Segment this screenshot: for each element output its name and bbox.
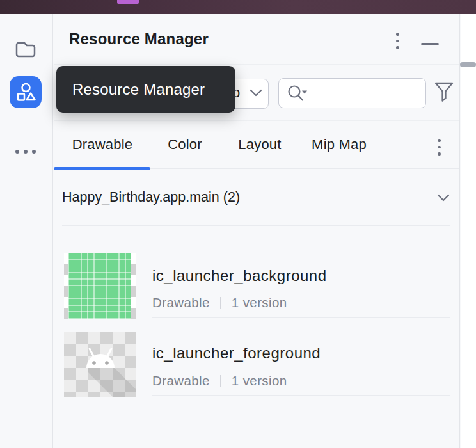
meta-separator bbox=[220, 297, 221, 309]
titlebar-accent-pill bbox=[117, 0, 139, 4]
resource-group-header[interactable]: Happy_Birthday.app.main (2) bbox=[54, 170, 460, 225]
search-field bbox=[278, 78, 426, 108]
kebab-menu-icon bbox=[438, 139, 441, 142]
tooltip: Resource Manager bbox=[56, 66, 235, 113]
resource-manager-tool-button[interactable] bbox=[10, 76, 42, 108]
resource-name: ic_launcher_background bbox=[152, 267, 327, 285]
more-tabs-kebab-button[interactable] bbox=[435, 136, 443, 158]
resource-thumbnail-green-grid bbox=[64, 253, 136, 319]
divider bbox=[152, 395, 450, 396]
panel-title: Resource Manager bbox=[69, 30, 209, 48]
resource-version-count: 1 version bbox=[232, 295, 287, 310]
hide-panel-button[interactable] bbox=[421, 33, 440, 47]
tab-mipmap[interactable]: Mip Map bbox=[312, 136, 367, 153]
tooltip-text: Resource Manager bbox=[72, 81, 205, 99]
resource-group-title: Happy_Birthday.app.main (2) bbox=[62, 189, 240, 205]
tool-window-stripe bbox=[0, 14, 53, 448]
resource-meta: Drawable 1 version bbox=[152, 295, 287, 310]
chevron-down-icon bbox=[437, 193, 450, 202]
resource-meta: Drawable 1 version bbox=[152, 373, 287, 388]
panel-header: Resource Manager bbox=[54, 14, 459, 65]
folder-icon bbox=[15, 40, 36, 59]
filter-funnel-icon bbox=[434, 81, 454, 103]
search-icon[interactable] bbox=[287, 84, 308, 103]
scrollbar-thumb[interactable] bbox=[460, 62, 476, 67]
editor-edge-strip bbox=[461, 14, 476, 448]
resource-manager-icon bbox=[15, 82, 36, 102]
resource-type-tabs: Drawable Color Layout Mip Map bbox=[54, 121, 459, 169]
minimize-icon bbox=[421, 43, 439, 45]
more-dots-icon bbox=[15, 150, 36, 154]
resource-name: ic_launcher_foreground bbox=[152, 344, 321, 362]
resource-type: Drawable bbox=[152, 295, 210, 310]
chevron-down-icon bbox=[249, 88, 263, 97]
tab-layout[interactable]: Layout bbox=[238, 136, 281, 153]
tab-color[interactable]: Color bbox=[168, 136, 202, 153]
resource-thumbnail-android-robot bbox=[64, 332, 136, 397]
panel-options-kebab-button[interactable] bbox=[393, 30, 402, 52]
resource-list: Happy_Birthday.app.main (2) ic_launcher_… bbox=[54, 170, 460, 448]
resource-type: Drawable bbox=[152, 373, 210, 388]
kebab-menu-icon bbox=[396, 33, 399, 36]
project-tool-button[interactable] bbox=[10, 33, 42, 65]
more-tool-windows-button[interactable] bbox=[10, 136, 42, 168]
divider bbox=[152, 317, 450, 318]
window-titlebar bbox=[0, 0, 476, 14]
resource-version-count: 1 version bbox=[232, 373, 287, 388]
search-input[interactable] bbox=[313, 86, 419, 100]
tab-drawable[interactable]: Drawable bbox=[72, 136, 133, 153]
divider bbox=[62, 225, 450, 226]
filter-button[interactable] bbox=[434, 81, 454, 103]
robot-shadow bbox=[88, 368, 136, 397]
meta-separator bbox=[220, 375, 221, 387]
